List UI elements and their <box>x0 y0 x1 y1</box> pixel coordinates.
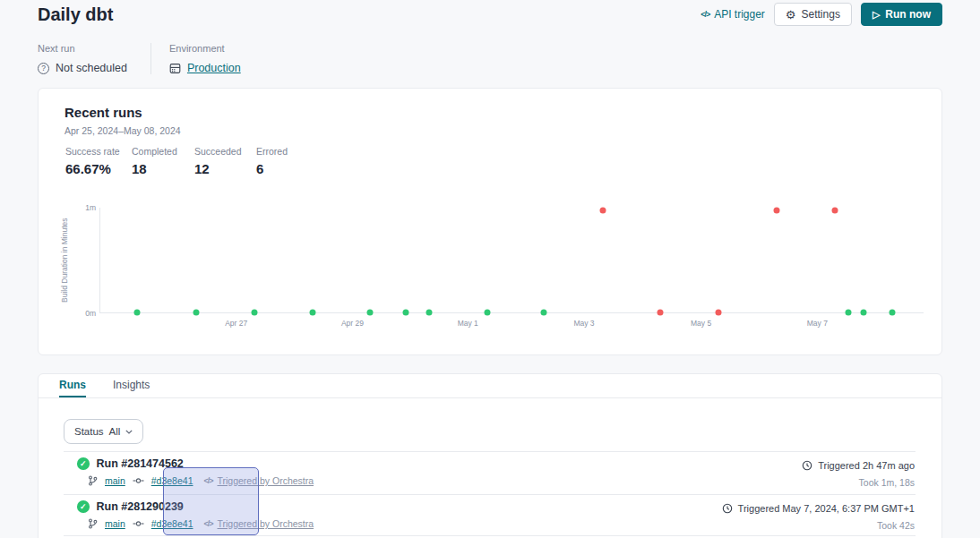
code-icon: </> <box>203 476 212 485</box>
run-now-button[interactable]: ▷ Run now <box>861 3 942 26</box>
divider <box>64 535 916 536</box>
chevron-down-icon <box>125 430 133 434</box>
run-dot-error[interactable] <box>831 207 838 213</box>
status-filter-label: Status <box>74 426 104 437</box>
chart-y-axis-label: Build Duration in Minutes <box>60 203 69 318</box>
run-dot-success[interactable] <box>310 310 316 316</box>
environment-value-row: Production <box>169 62 241 74</box>
chart-x-tick: May 1 <box>458 319 478 328</box>
code-icon: </> <box>203 519 212 528</box>
settings-label: Settings <box>802 8 840 21</box>
chart-x-tick: May 5 <box>691 319 711 328</box>
next-run-label: Next run <box>38 43 127 54</box>
chart-x-tick: Apr 27 <box>225 319 247 328</box>
chart-x-ticks: Apr 27Apr 29May 1May 3May 5May 7 <box>99 319 924 329</box>
run-dot-success[interactable] <box>251 310 257 316</box>
commit-icon <box>133 519 144 528</box>
commit-link[interactable]: #d3e8e41 <box>151 518 193 529</box>
environment-label: Environment <box>169 43 241 54</box>
status-filter-dropdown[interactable]: Status All <box>64 419 143 444</box>
run-triggered-text: Triggered 2h 47m ago <box>818 460 915 471</box>
branch-link[interactable]: main <box>105 518 125 529</box>
run-dot-success[interactable] <box>890 310 896 316</box>
job-meta: Next run ? Not scheduled Environment Pro… <box>38 43 241 74</box>
help-icon: ? <box>38 63 49 74</box>
git-branch-icon <box>88 475 98 486</box>
environment-block: Environment Production <box>151 43 241 74</box>
run-dot-success[interactable] <box>426 310 432 316</box>
run-right: Triggered 2h 47m ago Took 1m, 18s <box>802 460 915 488</box>
run-dot-success[interactable] <box>402 310 408 316</box>
run-dot-success[interactable] <box>484 310 490 316</box>
run-dot-error[interactable] <box>774 207 780 213</box>
stat-completed: Completed 18 <box>132 146 194 176</box>
next-run-value-row: ? Not scheduled <box>38 62 127 74</box>
chart-y-tick-0m: 0m <box>74 309 96 318</box>
stat-errored: Errored 6 <box>256 146 288 176</box>
gear-icon: ⚙ <box>786 9 796 21</box>
recent-runs-card: Recent runs Apr 25, 2024–May 08, 2024 Su… <box>38 88 942 355</box>
run-triggered-text: Triggered May 7, 2024, 6:37 PM GMT+1 <box>738 503 915 514</box>
stat-succeeded: Succeeded 12 <box>194 146 256 176</box>
trigger-source-link[interactable]: </> Triggered by Orchestra <box>203 518 314 529</box>
run-duration-text: Took 1m, 18s <box>802 477 915 488</box>
chart-x-tick: Apr 29 <box>341 319 364 328</box>
run-dot-error[interactable] <box>599 207 606 213</box>
clock-icon <box>722 503 733 514</box>
code-icon: </> <box>701 10 709 19</box>
run-left: ✓ Run #281474562 main #d3e8e41 </> Trigg… <box>77 457 314 486</box>
status-filter-value: All <box>109 426 121 437</box>
run-dot-success[interactable] <box>541 310 547 316</box>
run-dot-error[interactable] <box>716 310 722 316</box>
divider <box>64 494 916 495</box>
run-id: Run #281290239 <box>97 500 184 513</box>
chart-plot <box>99 208 924 313</box>
run-dot-error[interactable] <box>657 310 663 316</box>
trigger-source-link[interactable]: </> Triggered by Orchestra <box>203 475 314 486</box>
run-right: Triggered May 7, 2024, 6:37 PM GMT+1 Too… <box>722 503 915 531</box>
run-dot-success[interactable] <box>366 310 373 316</box>
divider <box>64 451 916 452</box>
stats-row: Success rate 66.67% Completed 18 Succeed… <box>65 146 288 176</box>
branch-link[interactable]: main <box>105 475 125 486</box>
settings-button[interactable]: ⚙ Settings <box>774 3 852 26</box>
page-title: Daily dbt <box>38 4 113 25</box>
run-row-281474562[interactable]: ✓ Run #281474562 main #d3e8e41 </> Trigg… <box>39 453 941 494</box>
chart-x-tick: May 3 <box>573 319 594 328</box>
runs-card: Runs Insights Status All ✓ Run #28147456… <box>38 373 942 538</box>
recent-runs-date-range: Apr 25, 2024–May 08, 2024 <box>64 125 181 136</box>
chart-x-tick: May 7 <box>807 319 828 328</box>
git-branch-icon <box>88 518 98 529</box>
page-header: Daily dbt </> API trigger ⚙ Settings ▷ R… <box>38 0 942 29</box>
commit-icon <box>133 476 144 485</box>
success-check-icon: ✓ <box>77 457 90 470</box>
tab-runs[interactable]: Runs <box>59 374 86 397</box>
api-trigger-label: API trigger <box>714 8 765 21</box>
play-icon: ▷ <box>873 10 880 20</box>
chart-y-tick-1m: 1m <box>74 203 96 212</box>
run-row-281290239[interactable]: ✓ Run #281290239 main #d3e8e41 </> Trigg… <box>39 496 941 537</box>
run-dot-success[interactable] <box>193 310 199 316</box>
next-run-value: Not scheduled <box>56 62 127 74</box>
run-dot-success[interactable] <box>846 310 852 316</box>
run-now-label: Run now <box>885 8 931 21</box>
clock-icon <box>802 460 812 471</box>
run-dot-success[interactable] <box>860 310 866 316</box>
commit-link[interactable]: #d3e8e41 <box>151 475 193 486</box>
stat-success-rate: Success rate 66.67% <box>65 146 132 176</box>
recent-runs-title: Recent runs <box>64 105 142 120</box>
run-left: ✓ Run #281290239 main #d3e8e41 </> Trigg… <box>77 500 314 529</box>
success-check-icon: ✓ <box>77 500 90 513</box>
environment-icon <box>169 63 181 74</box>
run-id: Run #281474562 <box>97 457 184 470</box>
api-trigger-link[interactable]: </> API trigger <box>701 8 765 21</box>
tab-insights[interactable]: Insights <box>113 374 150 397</box>
tab-bar: Runs Insights <box>39 374 941 398</box>
run-dot-success[interactable] <box>134 310 141 316</box>
header-actions: </> API trigger ⚙ Settings ▷ Run now <box>701 3 942 26</box>
environment-link[interactable]: Production <box>187 62 241 74</box>
run-duration-text: Took 42s <box>722 520 915 531</box>
next-run-block: Next run ? Not scheduled <box>38 43 151 74</box>
